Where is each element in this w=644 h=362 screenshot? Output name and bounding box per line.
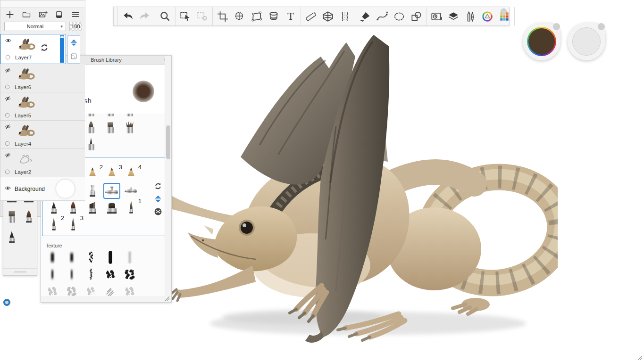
sync-icon[interactable] — [40, 43, 49, 52]
brush-paint-square-button[interactable] — [102, 119, 119, 135]
color-puck[interactable] — [523, 23, 560, 60]
toolbar-zoom-button[interactable] — [157, 9, 174, 24]
toolbar-deselect-button[interactable] — [194, 9, 211, 24]
brush-brushpen-1-button[interactable]: 1 — [123, 200, 140, 216]
selected-layer-bar[interactable] — [60, 35, 64, 63]
layer-row-background[interactable]: Background — [0, 177, 85, 201]
toolbar-fill-button[interactable] — [265, 9, 282, 24]
brush-brushpen-3-button[interactable]: 3 — [65, 217, 82, 233]
curve-icon — [376, 10, 388, 23]
eye-icon[interactable] — [4, 37, 12, 44]
toolbar-ellipse-button[interactable] — [391, 9, 408, 24]
brush-tex-dots-button[interactable] — [83, 266, 100, 282]
palette-brush-round-brown[interactable] — [21, 209, 37, 225]
toolbar-lasso-move-button[interactable] — [231, 9, 248, 24]
eye-off-icon[interactable] — [4, 95, 12, 102]
toolbar-crop-button[interactable] — [214, 9, 231, 24]
toolbar-collapse-handle[interactable] — [501, 8, 507, 15]
radio-icon[interactable] — [5, 54, 11, 60]
eye-icon[interactable] — [4, 185, 12, 191]
scrollbar-track[interactable] — [165, 56, 171, 302]
brush-tex-thin-button[interactable] — [44, 266, 61, 282]
layers-resize-handle[interactable] — [637, 355, 643, 361]
brush-puck[interactable] — [568, 23, 605, 60]
shuffle-icon[interactable] — [154, 207, 162, 216]
radio-icon[interactable] — [4, 84, 10, 90]
toolbar-symmetry-button[interactable] — [336, 9, 353, 24]
dice-icon[interactable] — [70, 52, 78, 60]
brush-tex-thin2-button[interactable] — [63, 266, 80, 282]
brush-pencil-4-button[interactable]: 4 — [123, 166, 140, 182]
brush-paint-fan-button[interactable] — [121, 114, 138, 118]
layer-row-layer6[interactable]: Layer6 — [0, 64, 85, 92]
scrollbar-thumb[interactable] — [166, 125, 170, 159]
brush-tex-faint4-button[interactable] — [121, 283, 138, 296]
eye-off-icon[interactable] — [4, 67, 12, 74]
brush-round-brown-button[interactable] — [65, 200, 82, 216]
brush-marker-button[interactable] — [103, 200, 120, 216]
toolbar-brushes-button[interactable] — [462, 9, 479, 24]
layer-row-layer5[interactable]: Layer5 — [0, 92, 85, 121]
panel-resize-handle[interactable] — [165, 296, 170, 301]
toolbar-select-button[interactable] — [177, 9, 194, 24]
eye-off-icon[interactable] — [4, 152, 12, 158]
toolbar-distort-button[interactable] — [248, 9, 265, 24]
brush-paint-round-button[interactable] — [83, 119, 100, 135]
sync-icon[interactable] — [154, 182, 162, 190]
brush-tex-soft-button[interactable] — [44, 249, 61, 265]
lagoon-launcher[interactable] — [3, 299, 10, 306]
brush-pencil-2-button[interactable]: 2 — [84, 166, 101, 182]
brush-paint-fan-button[interactable] — [121, 119, 138, 135]
brush-brushpen-2-button[interactable]: 2 — [45, 217, 62, 233]
toolbar-curve-button[interactable] — [374, 9, 391, 24]
layer-row-layer7[interactable]: Layer7 — [0, 34, 66, 64]
color-puck-tab[interactable] — [553, 23, 560, 30]
background-color-swatch[interactable] — [56, 180, 75, 198]
brushpen-brush-icon — [65, 217, 81, 233]
brush-pencil-3-button[interactable]: 3 — [103, 166, 120, 182]
brush-tex-noise-button[interactable] — [121, 266, 138, 282]
brush-tex-faint-button[interactable] — [44, 283, 61, 296]
toolbar-stroke-button[interactable] — [357, 9, 374, 24]
ink-brush-icon — [4, 229, 20, 245]
brush-tex-speckle-button[interactable] — [83, 249, 100, 265]
brush-tex-soft2-button[interactable] — [63, 249, 80, 265]
brush-tex-solid-button[interactable] — [102, 249, 119, 265]
palette-drag-handle[interactable] — [14, 272, 26, 272]
toolbar-undo-button[interactable] — [119, 9, 136, 24]
brush-ink-button[interactable] — [45, 200, 62, 216]
palette-brush-ink[interactable] — [4, 229, 20, 245]
toolbar-ruler-button[interactable] — [302, 9, 319, 24]
brush-tex-light-button[interactable] — [121, 249, 138, 265]
puck-updown-icon[interactable] — [154, 195, 162, 203]
toolbar-shapes-button[interactable] — [408, 9, 425, 24]
toolbar-layers-button[interactable] — [445, 9, 462, 24]
brush-paint-round-button[interactable] — [83, 114, 100, 118]
radio-icon[interactable] — [4, 112, 10, 118]
puck-updown-icon[interactable] — [70, 39, 78, 47]
brush-chisel-button[interactable] — [84, 200, 101, 216]
brush-tex-faint2-button[interactable] — [63, 283, 80, 296]
palette-brush-paint-flat[interactable] — [4, 209, 20, 225]
ruler-icon — [305, 10, 317, 23]
brush-tex-splat-button[interactable] — [102, 266, 119, 282]
brush-puck-tab[interactable] — [598, 23, 605, 30]
radio-icon[interactable] — [4, 140, 10, 147]
brush-paint-thin-button[interactable] — [83, 136, 100, 152]
brush-funnel-button[interactable] — [84, 183, 101, 199]
brush-airbrush-button[interactable] — [103, 183, 120, 199]
toolbar-perspective-button[interactable] — [319, 9, 336, 24]
toolbar-timelapse-button[interactable] — [428, 9, 445, 24]
radio-icon[interactable] — [4, 169, 10, 175]
toolbar-colors-button[interactable] — [479, 9, 496, 24]
toolbar-redo-button[interactable] — [136, 9, 153, 24]
brush-tex-faint3-button[interactable] — [83, 283, 100, 296]
eye-off-icon[interactable] — [4, 123, 12, 130]
layer-row-layer2[interactable]: Layer2 — [0, 149, 85, 177]
brush-tex-lines-button[interactable] — [102, 283, 119, 296]
brush-airbrush2-button[interactable] — [123, 183, 140, 199]
blend-mode-dropdown[interactable]: Normal ▾ — [4, 22, 66, 31]
layer-row-layer4[interactable]: Layer4 — [0, 121, 85, 149]
brush-paint-square-button[interactable] — [102, 114, 119, 118]
toolbar-text-button[interactable]: T — [282, 9, 299, 24]
